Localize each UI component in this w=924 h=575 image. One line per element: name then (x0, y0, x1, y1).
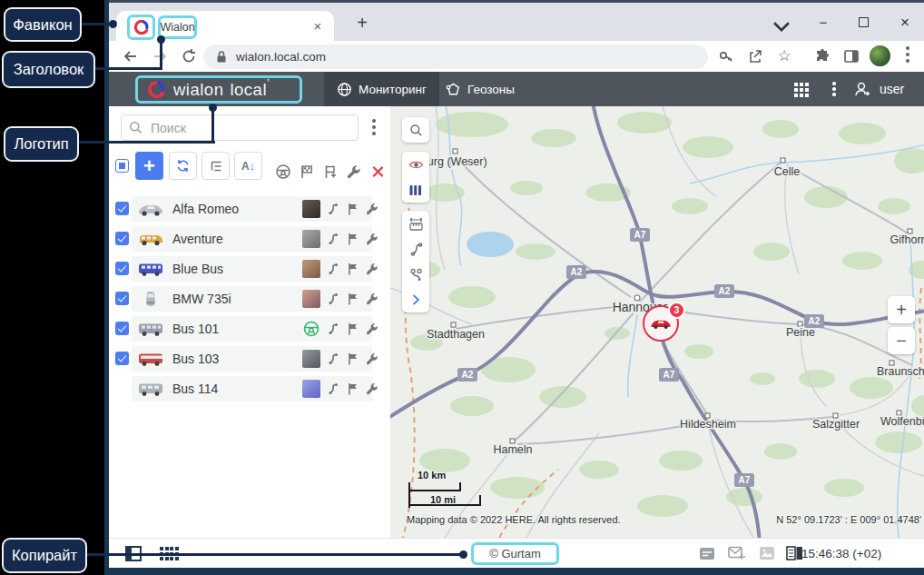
unit-row[interactable]: Alfa Romeo (132, 196, 372, 222)
extensions-puzzle-icon[interactable] (813, 47, 831, 65)
unit-row[interactable]: BMW 735i (132, 286, 372, 312)
map[interactable]: A2 A2 A2 A2 A7 A7 A7 (390, 106, 924, 538)
user-icon[interactable] (853, 81, 870, 98)
logo-word-local: local (230, 80, 267, 100)
header-menu-icon[interactable] (832, 82, 836, 85)
wrench-icon[interactable] (365, 232, 379, 246)
unit-row[interactable]: Blue Bus (132, 256, 372, 282)
unit-row[interactable]: Bus 101 (132, 316, 372, 342)
copyright-text[interactable]: © Gurtam (489, 547, 541, 560)
tab-close-icon[interactable]: × (310, 18, 326, 35)
tab-search-chevron-icon[interactable] (772, 17, 791, 37)
nav-monitoring[interactable]: Мониторинг (324, 72, 439, 106)
flag-icon[interactable] (346, 382, 360, 396)
notifications-console-icon[interactable] (699, 547, 715, 560)
bookmark-star-icon[interactable]: ☆ (775, 47, 793, 65)
url-field[interactable]: wialon.local.com (203, 45, 708, 69)
apps-grid-icon[interactable] (794, 83, 809, 97)
side-panel-icon[interactable] (842, 47, 860, 65)
track-icon[interactable] (326, 262, 340, 276)
sort-button[interactable]: A ↓ (234, 152, 262, 180)
callout-dot (109, 20, 117, 28)
events-flag-icon[interactable] (299, 164, 315, 180)
tab-title: Wialon (160, 21, 194, 34)
browser-menu-icon[interactable] (906, 46, 909, 50)
flag-icon[interactable] (346, 262, 360, 276)
track-points-button[interactable] (402, 262, 429, 287)
city-label: Wolfenbütte (880, 415, 924, 428)
track-icon[interactable] (326, 382, 340, 396)
reload-icon[interactable] (180, 47, 198, 65)
unit-checkbox[interactable] (115, 352, 129, 365)
panel-menu-icon[interactable] (372, 119, 376, 123)
track-icon[interactable] (326, 202, 340, 216)
zoom-out-button[interactable]: − (888, 327, 915, 354)
select-all-checkbox[interactable] (115, 159, 129, 173)
clear-list-icon[interactable] (371, 164, 385, 180)
driver-photo[interactable] (302, 350, 320, 368)
window-close-button[interactable]: × (895, 13, 915, 33)
wrench-icon[interactable] (365, 322, 379, 336)
refresh-button[interactable] (169, 152, 197, 180)
wrench-icon[interactable] (365, 352, 379, 366)
unit-checkbox[interactable] (115, 322, 129, 335)
flag-icon[interactable] (346, 292, 360, 306)
username[interactable]: user (880, 72, 904, 106)
messages-icon[interactable] (728, 546, 746, 560)
track-icon[interactable] (326, 292, 340, 306)
key-icon[interactable] (717, 47, 735, 65)
driver-photo[interactable] (302, 260, 320, 278)
window-minimize-button[interactable]: − (813, 13, 833, 33)
map-layers-button[interactable] (402, 177, 429, 203)
unit-checkbox[interactable] (115, 202, 129, 215)
window-maximize-button[interactable] (859, 17, 869, 27)
track-icon[interactable] (326, 322, 340, 336)
assign-driver-steering-icon[interactable] (302, 320, 320, 338)
track-icon[interactable] (326, 352, 340, 366)
unit-row[interactable]: Aventure (132, 226, 372, 252)
add-unit-button[interactable]: + (135, 152, 163, 180)
track-icon[interactable] (326, 232, 340, 246)
wrench-icon[interactable] (365, 202, 379, 216)
tree-view-button[interactable] (202, 152, 230, 180)
media-icon[interactable] (759, 546, 775, 560)
search-input[interactable] (121, 114, 359, 141)
unit-checkbox[interactable] (115, 292, 129, 305)
visibility-eye-button[interactable] (402, 152, 429, 177)
driver-assign-icon[interactable] (275, 164, 291, 180)
unit-row[interactable]: Bus 103 (132, 346, 372, 372)
driver-avatar[interactable] (302, 380, 320, 398)
zoom-in-button[interactable]: + (888, 296, 915, 323)
measure-distance-button[interactable] (402, 211, 429, 236)
flag-icon[interactable] (346, 202, 360, 216)
settings-wrench-icon[interactable] (346, 164, 362, 180)
driver-photo[interactable] (302, 200, 320, 218)
unit-name: Alfa Romeo (172, 196, 239, 222)
marker-car-icon (649, 316, 673, 331)
driver-photo[interactable] (302, 230, 320, 248)
expand-tools-button[interactable] (402, 287, 429, 312)
wrench-icon[interactable] (365, 292, 379, 306)
unit-checkbox[interactable] (115, 262, 129, 275)
vehicle-car-front-icon (142, 290, 160, 308)
add-geofence-flag-icon[interactable] (322, 164, 339, 180)
chevron-right-icon (411, 293, 420, 306)
share-icon[interactable] (746, 47, 764, 65)
back-icon[interactable] (122, 47, 140, 65)
map-search-button[interactable] (402, 117, 429, 143)
wrench-icon[interactable] (365, 262, 379, 276)
browser-tab[interactable]: Wialon × (116, 11, 334, 44)
nav-geofences[interactable]: Геозоны (433, 72, 527, 106)
wrench-icon[interactable] (365, 382, 379, 396)
flag-icon[interactable] (346, 232, 360, 246)
monitoring-panel: + A ↓ (109, 106, 390, 538)
browser-profile-avatar[interactable] (870, 45, 890, 66)
flag-icon[interactable] (346, 352, 360, 366)
unit-row[interactable]: Bus 114 (132, 376, 372, 402)
lock-icon (215, 50, 228, 64)
routing-button[interactable] (402, 236, 429, 262)
unit-checkbox[interactable] (115, 232, 129, 245)
new-tab-button[interactable]: + (352, 14, 372, 34)
flag-icon[interactable] (346, 322, 360, 336)
driver-photo[interactable] (302, 290, 320, 308)
